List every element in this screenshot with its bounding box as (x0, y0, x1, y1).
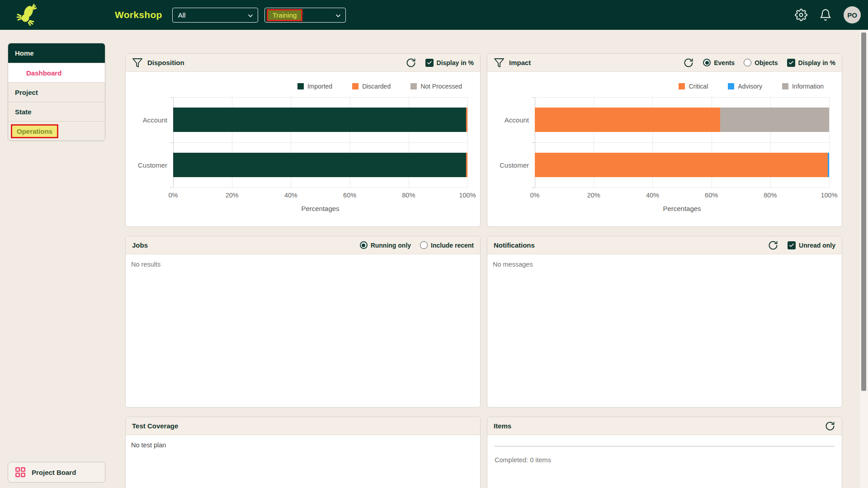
x-tick-label: 20% (587, 192, 600, 199)
app-title: Workshop (115, 9, 162, 20)
x-tick-label: 100% (821, 192, 837, 199)
category-label-account: Account (487, 97, 529, 142)
x-tick-label: 60% (343, 192, 356, 199)
bar-segment-discarded[interactable] (466, 108, 467, 132)
y-tick (170, 188, 173, 188)
user-avatar[interactable]: PO (844, 6, 861, 23)
events-radio-control[interactable]: Events (703, 59, 735, 66)
bar-segment-advisory[interactable] (828, 153, 829, 177)
unread-only-checkbox[interactable] (788, 241, 796, 249)
bar-segment-critical[interactable] (535, 108, 720, 132)
filter-icon[interactable] (132, 57, 143, 68)
display-in-pct-control[interactable]: Display in % (787, 59, 835, 67)
refresh-icon[interactable] (825, 421, 835, 432)
bar-customer[interactable] (173, 153, 467, 177)
environment-filter-select[interactable]: Training (264, 8, 346, 23)
x-tick-label: 80% (764, 192, 777, 199)
card-disposition: Disposition Display in % ImportedDiscard… (125, 53, 481, 227)
include-recent-radio-control[interactable]: Include recent (420, 241, 474, 249)
legend-item-imported[interactable]: Imported (297, 83, 332, 90)
card-test-coverage: Test Coverage No test plan (125, 417, 481, 488)
sidebar-item-state[interactable]: State (8, 102, 105, 121)
unread-only-control[interactable]: Unread only (788, 241, 835, 249)
check-icon (788, 60, 794, 66)
y-gridline (173, 142, 467, 143)
legend-item-advisory[interactable]: Advisory (728, 83, 762, 90)
top-header: Workshop All Training PO (0, 0, 868, 30)
sidebar-item-operations[interactable]: Operations (8, 121, 105, 141)
objects-radio[interactable] (744, 59, 751, 66)
bar-account[interactable] (173, 108, 467, 132)
legend-item-discarded[interactable]: Discarded (352, 83, 391, 90)
bell-icon[interactable] (819, 9, 832, 21)
running-only-label: Running only (371, 242, 411, 249)
project-filter-value: All (178, 11, 186, 19)
display-in-pct-checkbox[interactable] (425, 59, 434, 67)
bar-account[interactable] (535, 108, 829, 132)
running-only-radio[interactable] (360, 241, 368, 249)
x-tick-label: 80% (402, 192, 415, 199)
project-board-button[interactable]: Project Board (8, 462, 105, 483)
y-tick (532, 97, 535, 98)
test-coverage-header: Test Coverage (126, 417, 480, 435)
objects-radio-label: Objects (755, 59, 778, 66)
display-in-pct-control[interactable]: Display in % (425, 59, 474, 67)
events-radio[interactable] (703, 59, 711, 66)
y-tick (532, 188, 535, 188)
card-impact: Impact Events Objects (487, 53, 842, 227)
x-tick-label: 20% (226, 192, 239, 199)
card-notifications: Notifications Unread only No messages (487, 236, 842, 408)
scrollbar-thumb[interactable] (861, 33, 866, 391)
y-gridline (535, 142, 829, 143)
bar-segment-imported[interactable] (173, 153, 466, 177)
filter-icon[interactable] (494, 57, 505, 68)
environment-filter-annotation: Training (267, 9, 303, 21)
chart-xticks: 0%20%40%60%80%100% (535, 188, 829, 198)
display-in-pct-label: Display in % (798, 59, 835, 66)
bar-segment-critical[interactable] (535, 153, 828, 177)
check-icon (427, 60, 432, 66)
legend-item-critical[interactable]: Critical (679, 83, 708, 90)
x-gridline (467, 97, 468, 188)
card-title: Impact (509, 59, 531, 66)
display-in-pct-checkbox[interactable] (787, 59, 795, 67)
sidebar-item-project[interactable]: Project (8, 82, 105, 102)
legend-label: Advisory (738, 83, 762, 90)
include-recent-label: Include recent (431, 242, 474, 249)
bar-customer[interactable] (535, 153, 829, 177)
legend-item-not-processed[interactable]: Not Processed (410, 83, 462, 90)
project-filter-select[interactable]: All (172, 8, 258, 23)
bar-segment-discarded[interactable] (466, 153, 467, 177)
operations-annotation: Operations (11, 124, 58, 138)
sidebar-item-dashboard[interactable]: Dashboard (8, 63, 105, 82)
include-recent-radio[interactable] (420, 241, 428, 249)
unread-only-label: Unread only (799, 242, 835, 249)
bar-segment-imported[interactable] (173, 108, 466, 132)
notifications-header: Notifications Unread only (487, 236, 842, 254)
test-coverage-empty-state: No test plan (126, 435, 480, 455)
card-items: Items Completed: 0 items (487, 417, 842, 488)
legend-label: Discarded (362, 83, 391, 90)
disposition-header: Disposition Display in % (126, 54, 480, 72)
legend-item-information[interactable]: Information (782, 83, 824, 90)
refresh-icon[interactable] (683, 57, 694, 68)
jobs-header: Jobs Running only Include recent (126, 236, 480, 254)
main-content: Disposition Display in % ImportedDiscard… (115, 30, 868, 488)
card-title: Notifications (494, 241, 535, 249)
sidebar-item-home[interactable]: Home (8, 43, 105, 63)
chart-xaxis-label: Percentages (535, 205, 829, 212)
y-gridline (535, 97, 829, 98)
objects-radio-control[interactable]: Objects (744, 59, 778, 66)
x-tick-label: 100% (459, 192, 476, 199)
vertical-scrollbar[interactable] (860, 30, 868, 488)
refresh-icon[interactable] (406, 57, 416, 68)
category-label-account: Account (126, 97, 167, 142)
refresh-icon[interactable] (768, 240, 778, 251)
card-title: Disposition (147, 59, 184, 66)
gear-icon[interactable] (795, 9, 807, 21)
card-title: Test Coverage (132, 422, 178, 430)
sidebar-spacer (8, 141, 115, 462)
bar-segment-information[interactable] (720, 108, 829, 132)
sidebar-menu: Home Dashboard Project State Operations (8, 43, 105, 141)
running-only-radio-control[interactable]: Running only (360, 241, 411, 249)
